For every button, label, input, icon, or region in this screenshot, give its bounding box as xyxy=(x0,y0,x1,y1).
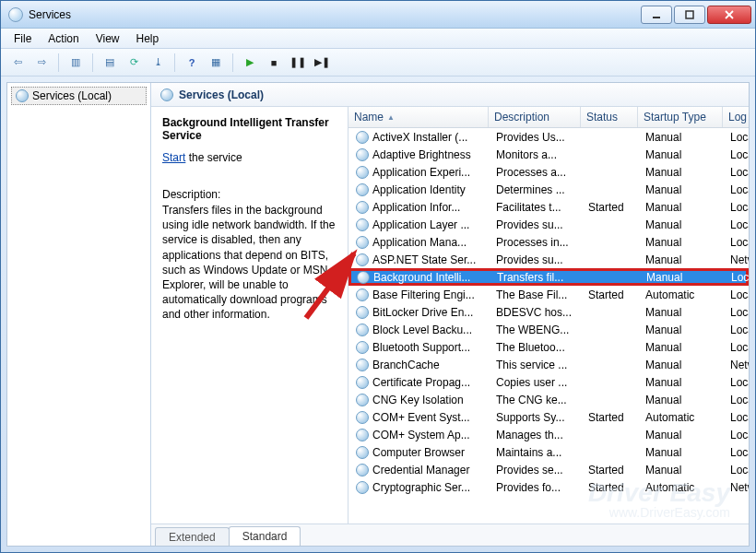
content-split: Background Intelligent Transfer Service … xyxy=(151,107,749,524)
table-row[interactable]: Computer BrowserMaintains a...ManualLoca… xyxy=(348,443,749,461)
export-button[interactable]: ⤓ xyxy=(147,52,169,74)
separator xyxy=(174,53,175,72)
back-button[interactable]: ⇦ xyxy=(6,52,29,74)
properties-button[interactable]: ▤ xyxy=(99,52,121,74)
gear-icon xyxy=(357,271,370,284)
start-link[interactable]: Start xyxy=(162,151,185,164)
table-row[interactable]: Application Layer ...Provides su...Manua… xyxy=(348,216,749,233)
list-body[interactable]: ActiveX Installer (...Provides Us...Manu… xyxy=(348,128,749,524)
cell-name: Cryptographic Ser... xyxy=(350,481,490,494)
table-row[interactable]: Base Filtering Engi...The Base Fil...Sta… xyxy=(348,286,749,303)
list-header: Name▲ Description Status Startup Type Lo… xyxy=(348,107,749,128)
table-row[interactable]: Application Infor...Facilitates t...Star… xyxy=(348,198,749,216)
svc-name-text: ActiveX Installer (... xyxy=(372,131,467,144)
selected-service-name: Background Intelligent Transfer Service xyxy=(162,116,337,142)
col-description[interactable]: Description xyxy=(489,107,581,127)
svc-name-text: BranchCache xyxy=(372,359,440,371)
cell-name: Application Mana... xyxy=(350,236,490,249)
show-hide-tree-button[interactable]: ▥ xyxy=(65,52,87,74)
cell-startup: Manual xyxy=(640,236,725,249)
table-row[interactable]: Credential ManagerProvides se...StartedM… xyxy=(348,461,749,478)
cell-startup: Manual xyxy=(640,464,725,477)
cell-startup: Automatic xyxy=(640,288,725,301)
titlebar: Services xyxy=(1,1,755,29)
cell-startup: Manual xyxy=(640,429,725,441)
cell-logon: Local Service xyxy=(725,183,749,196)
svc-name-text: Computer Browser xyxy=(372,446,465,459)
table-row[interactable]: Bluetooth Support...The Bluetoo...Manual… xyxy=(348,338,749,356)
cell-startup: Manual xyxy=(640,201,725,214)
svc-name-text: Application Layer ... xyxy=(372,218,469,231)
col-name[interactable]: Name▲ xyxy=(348,107,489,127)
cell-startup: Manual xyxy=(640,131,725,144)
restart-service-button[interactable]: ▶❚ xyxy=(311,52,333,74)
cell-description: Processes a... xyxy=(490,166,583,179)
cell-startup: Manual xyxy=(640,446,725,459)
table-row[interactable]: Block Level Backu...The WBENG...ManualLo… xyxy=(348,321,749,338)
help-button[interactable]: ? xyxy=(181,52,203,74)
table-row[interactable]: BranchCacheThis service ...ManualNetwork… xyxy=(348,356,749,373)
tab-standard[interactable]: Standard xyxy=(229,526,301,546)
table-row[interactable]: Application Mana...Processes in...Manual… xyxy=(348,233,749,251)
cell-startup: Manual xyxy=(640,394,725,406)
cell-description: Transfers fil... xyxy=(491,271,584,284)
cell-status: Started xyxy=(583,411,640,424)
table-row[interactable]: Cryptographic Ser...Provides fo...Starte… xyxy=(348,478,749,496)
gear-icon xyxy=(356,201,369,214)
col-status[interactable]: Status xyxy=(581,107,638,127)
refresh-button[interactable]: ⟳ xyxy=(123,52,145,74)
cell-description: This service ... xyxy=(490,359,583,371)
maximize-button[interactable] xyxy=(674,6,705,24)
col-startup-type[interactable]: Startup Type xyxy=(638,107,723,127)
forward-button[interactable]: ⇨ xyxy=(30,52,53,74)
table-row[interactable]: Background Intelli...Transfers fil...Man… xyxy=(348,268,749,286)
separator xyxy=(232,53,233,72)
cell-startup: Automatic xyxy=(640,411,725,424)
pause-service-button[interactable]: ❚❚ xyxy=(287,52,309,74)
table-row[interactable]: Application IdentityDetermines ...Manual… xyxy=(348,181,749,198)
menu-view[interactable]: View xyxy=(89,30,127,47)
window-buttons xyxy=(641,6,751,24)
gear-icon xyxy=(356,218,369,231)
menu-help[interactable]: Help xyxy=(129,30,167,47)
right-pane: Services (Local) Background Intelligent … xyxy=(151,83,749,546)
close-button[interactable] xyxy=(707,6,751,24)
start-service-button[interactable]: ▶ xyxy=(239,52,261,74)
table-row[interactable]: Adaptive BrightnessMonitors a...ManualLo… xyxy=(348,146,749,163)
table-row[interactable]: COM+ System Ap...Manages th...ManualLoca… xyxy=(348,426,749,443)
svc-name-text: Application Experi... xyxy=(372,166,470,179)
table-row[interactable]: BitLocker Drive En...BDESVC hos...Manual… xyxy=(348,303,749,321)
cell-logon: Local Syste... xyxy=(725,394,749,406)
cell-startup: Manual xyxy=(640,166,725,179)
cell-logon: Local Syste... xyxy=(725,166,749,179)
cell-logon: Network S... xyxy=(725,481,749,494)
toolbar-icon[interactable]: ▦ xyxy=(205,52,227,74)
cell-logon: Local Service xyxy=(725,148,749,161)
tree-node-services-local[interactable]: Services (Local) xyxy=(11,87,147,105)
sort-asc-icon: ▲ xyxy=(387,113,395,122)
svc-name-text: Block Level Backu... xyxy=(372,324,472,336)
cell-name: ASP.NET State Ser... xyxy=(350,253,490,266)
cell-logon: Local Syste... xyxy=(725,324,749,336)
table-row[interactable]: Application Experi...Processes a...Manua… xyxy=(348,163,749,181)
minimize-button[interactable] xyxy=(641,6,672,24)
svc-name-text: Background Intelli... xyxy=(373,271,470,284)
stop-service-button[interactable]: ■ xyxy=(263,52,285,74)
menu-file[interactable]: File xyxy=(6,30,39,47)
cell-startup: Manual xyxy=(640,376,725,389)
cell-startup: Automatic xyxy=(640,481,725,494)
tab-extended[interactable]: Extended xyxy=(155,527,230,546)
svc-name-text: COM+ System Ap... xyxy=(372,429,470,441)
table-row[interactable]: ASP.NET State Ser...Provides su...Manual… xyxy=(348,251,749,268)
cell-name: Application Infor... xyxy=(350,201,490,214)
col-log-on-as[interactable]: Log On As xyxy=(723,107,749,127)
table-row[interactable]: CNG Key IsolationThe CNG ke...ManualLoca… xyxy=(348,391,749,408)
table-row[interactable]: COM+ Event Syst...Supports Sy...StartedA… xyxy=(348,408,749,426)
table-row[interactable]: Certificate Propag...Copies user ...Manu… xyxy=(348,373,749,391)
svc-name-text: Application Infor... xyxy=(372,201,460,214)
cell-logon: Local Service xyxy=(725,341,749,354)
table-row[interactable]: ActiveX Installer (...Provides Us...Manu… xyxy=(348,128,749,146)
gear-icon xyxy=(356,481,369,494)
cell-description: Determines ... xyxy=(490,183,583,196)
menu-action[interactable]: Action xyxy=(41,30,86,47)
